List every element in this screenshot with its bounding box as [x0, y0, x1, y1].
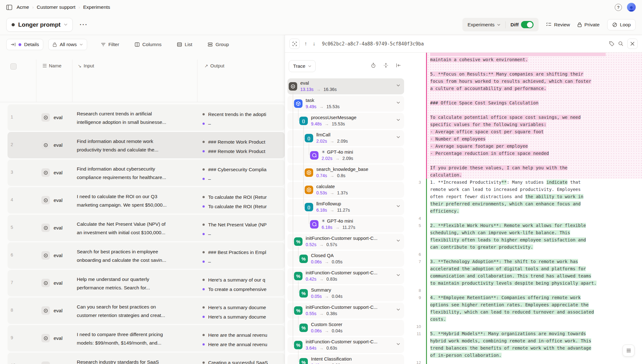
- table-row[interactable]: 2 eval Find information about remote wor…: [8, 132, 285, 158]
- table-row[interactable]: 4 eval I need to calculate the ROI on ou…: [8, 187, 285, 214]
- trace-tree-row[interactable]: % ✳ initFunction-Customer support-C... 0…: [287, 303, 404, 319]
- help-icon[interactable]: ?: [615, 4, 622, 11]
- column-header-input[interactable]: ↘ Input: [78, 63, 94, 68]
- expand-icon[interactable]: [289, 39, 300, 49]
- diff-text: 5. **Hybrid Models**: Many organizations…: [427, 330, 642, 337]
- more-menu-icon[interactable]: ···: [78, 21, 90, 28]
- experiment-selector[interactable]: Longer prompt: [6, 18, 73, 32]
- tag-icon[interactable]: [609, 41, 614, 46]
- diff-removed-line: a culture of accountability and performa…: [407, 85, 642, 92]
- span-type-icon: [305, 186, 313, 194]
- trace-tree-row[interactable]: ✳ eval 13.13s → 16.36s: [287, 78, 404, 94]
- trace-tree-row[interactable]: ✳ GPT-4o mini 6.18s → 11.27s: [287, 216, 404, 232]
- line-number: [407, 114, 426, 121]
- output-cell: The Net Present Value (NP –: [203, 220, 283, 239]
- view-switcher[interactable]: Experiments: [464, 20, 504, 29]
- breadcrumb-section[interactable]: Experiments: [83, 4, 110, 10]
- table-row[interactable]: 6 eval Search for best practices in empl…: [8, 242, 285, 269]
- trace-tree-row[interactable]: % ✳ Closed QA 0.06s → 0.05s: [287, 251, 404, 267]
- output-line: –: [203, 230, 283, 238]
- chevron-down-icon[interactable]: [397, 274, 400, 276]
- private-button[interactable]: Private: [577, 22, 599, 28]
- output-dot: [203, 288, 205, 290]
- table-row[interactable]: 7 eval Help me understand our quarterly …: [8, 270, 285, 296]
- close-icon[interactable]: [627, 39, 638, 49]
- table-row[interactable]: 3 eval Find information about cybersecur…: [8, 160, 285, 186]
- view-options-icon[interactable]: [623, 345, 634, 356]
- rows-filter-button[interactable]: All rows: [48, 39, 87, 50]
- output-line: Here are the annual revenu: [203, 340, 283, 349]
- table-row[interactable]: 9 eval I need to compare three different…: [8, 325, 285, 351]
- columns-button[interactable]: Columns: [132, 40, 165, 50]
- avatar[interactable]: [627, 3, 636, 12]
- list-button[interactable]: List: [174, 40, 195, 50]
- eval-icon: [41, 168, 50, 177]
- chevron-down-icon[interactable]: [397, 309, 400, 311]
- output-line: ### Best Practices in Empl: [203, 248, 283, 256]
- diff-text: ### Office Space Cost Savings Calculatio…: [427, 99, 642, 107]
- arrow-icon: →: [324, 328, 329, 333]
- filter-button[interactable]: Filter: [98, 40, 122, 50]
- breadcrumb-org[interactable]: Acme: [17, 4, 29, 10]
- diff-toggle[interactable]: [521, 21, 534, 28]
- loop-button[interactable]: Loop: [607, 19, 636, 30]
- chevron-down-icon[interactable]: [397, 240, 400, 242]
- sidebar-toggle-icon[interactable]: [6, 5, 12, 10]
- trace-tree-row[interactable]: ✳ search_knowledge_base 0.74s → 0.8s: [287, 165, 404, 181]
- duration-comparison: 1.37s: [337, 190, 348, 195]
- column-header-name[interactable]: Name: [43, 63, 61, 68]
- table-row[interactable]: 8 eval Can you search for best practices…: [8, 298, 285, 324]
- diff-added-line: trend balances the benefits of remote wo…: [407, 345, 642, 352]
- line-number: [407, 301, 426, 309]
- line-number: [407, 78, 426, 85]
- output-line: ### Remote Work Product: [203, 147, 283, 156]
- chevron-down-icon[interactable]: [397, 343, 400, 345]
- search-icon[interactable]: [618, 41, 624, 46]
- chevron-down-icon[interactable]: [397, 102, 400, 104]
- trace-tree-row[interactable]: () ✳ llmCall 2.02s → 2.09s: [287, 130, 404, 146]
- trace-tree-row[interactable]: () ✳ processUserMessage 9.48s → 15.53s: [287, 113, 404, 129]
- input-text: Research current trends in artificial: [77, 109, 202, 118]
- trace-tree-row[interactable]: ✳ calculate 0.53s → 1.37s: [287, 182, 404, 198]
- line-number: [407, 345, 426, 352]
- next-row-icon[interactable]: ↓: [312, 41, 317, 47]
- chevron-down-icon[interactable]: [397, 119, 400, 121]
- trace-tree-row[interactable]: % ✳ initFunction-Customer support-C... 0…: [287, 234, 404, 250]
- table-row[interactable]: 5 eval Calculate the Net Present Value (…: [8, 215, 285, 241]
- span-type-icon: [310, 151, 318, 160]
- review-button[interactable]: Review: [546, 22, 570, 28]
- trace-tree-row[interactable]: ✳ GPT-4o mini 2.02s → 2.09s: [287, 147, 404, 163]
- row-number: 1: [11, 114, 13, 119]
- output-text: ### Remote Work Product: [208, 139, 265, 145]
- line-number: 4: [407, 215, 426, 222]
- trace-tree-row[interactable]: % ✳ initFunction-Customer support-C... 3…: [287, 337, 404, 353]
- diff-text: [427, 323, 642, 330]
- prev-row-icon[interactable]: ↑: [303, 41, 308, 47]
- group-button[interactable]: Group: [205, 40, 232, 50]
- trace-tree-row[interactable]: ✳ task 9.49s → 15.53s: [287, 96, 404, 112]
- output-line: –: [203, 257, 283, 266]
- trace-tree-row[interactable]: () ✳ llmFollowup 6.18s → 11.27s: [287, 199, 404, 215]
- trace-tree-row[interactable]: % ✳ Summary 0.05s → 0.04s: [287, 285, 404, 301]
- diff-text: [427, 215, 642, 222]
- arrow-icon: →: [324, 363, 329, 364]
- output-dot: [203, 113, 205, 115]
- chevron-down-icon[interactable]: [397, 84, 400, 87]
- breadcrumb-project[interactable]: Customer support: [37, 4, 75, 10]
- trace-tree-row[interactable]: % ✳ Custom Scorer 0.06s → 0.04s: [287, 320, 404, 336]
- diff-removed-line: calculation.: [407, 171, 642, 179]
- trace-tree-row[interactable]: % ✳ initFunction-Customer support-C... 0…: [287, 268, 404, 284]
- line-number: [407, 208, 426, 215]
- details-button[interactable]: Details: [6, 39, 43, 50]
- input-text: onboarding and calculate the cost savin.…: [77, 256, 202, 264]
- diff-added-line: flexibility often leads to higher employ…: [407, 236, 642, 244]
- chevron-down-icon[interactable]: [397, 205, 400, 207]
- diff-text: can contribute to greater productivity.: [427, 244, 642, 251]
- diff-removed-line: If you provide these values, I can help …: [407, 164, 642, 171]
- select-all-checkbox[interactable]: [10, 63, 17, 70]
- table-row[interactable]: 1 eval Research current trends in artifi…: [8, 104, 285, 131]
- table-row[interactable]: 10 eval Research industry standards for …: [8, 353, 285, 364]
- column-header-output[interactable]: ↗ Output: [204, 63, 224, 68]
- chevron-down-icon[interactable]: [397, 136, 400, 138]
- trace-tree-row[interactable]: % ✳ Intent Classification 0.43s → 0.08s: [287, 354, 404, 364]
